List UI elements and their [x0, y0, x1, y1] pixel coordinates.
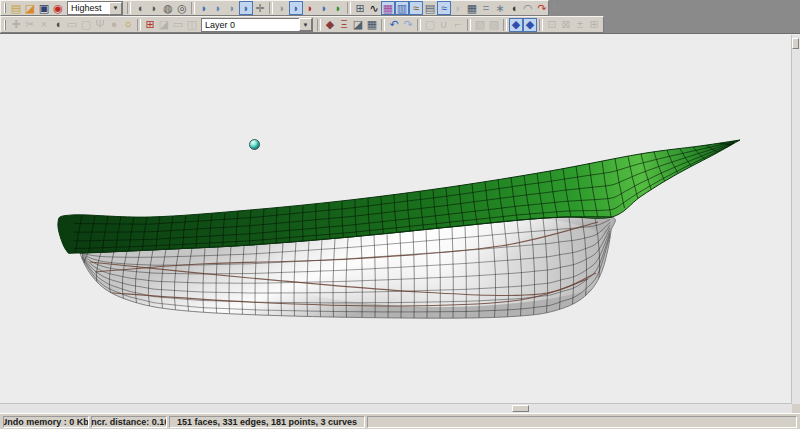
auto-group-layer-button: ◪	[157, 18, 171, 32]
show-control-net-button[interactable]: ▦	[381, 1, 395, 15]
save-file-icon: ▣	[39, 3, 49, 14]
redo-button[interactable]: ↷	[401, 18, 415, 32]
toolbar-grip[interactable]	[4, 20, 6, 30]
hydrostatics-button[interactable]: ▦	[465, 1, 479, 15]
camera-standard-button[interactable]: ◗	[211, 1, 225, 15]
move-point-icon: ✚	[11, 19, 20, 30]
mode-gauss-curvature-button[interactable]: ◗	[303, 1, 317, 15]
view-bodyplan-button[interactable]: ◖	[133, 1, 147, 15]
layer-calc-button[interactable]: ▦	[365, 18, 379, 32]
layer-properties-icon: ◫	[187, 19, 197, 30]
view-perspective-button[interactable]: ◎	[175, 1, 189, 15]
toolbar-separator	[191, 2, 195, 14]
show-grid-button[interactable]: ⊞	[353, 1, 367, 15]
undo-icon: ↶	[389, 19, 398, 30]
check-model-icon: ▢	[425, 19, 435, 30]
curvature-plane-button[interactable]: ◠	[521, 1, 535, 15]
delete-selection-icon: ×	[41, 19, 47, 30]
split-edge-button: Ψ	[93, 18, 107, 32]
redo-icon: ↷	[403, 19, 412, 30]
show-control-net-icon: ▦	[383, 3, 393, 14]
scale-transform-icon: ◆	[526, 19, 534, 30]
vertical-scrollbar[interactable]	[791, 35, 800, 404]
view-bodyplan-icon: ◖	[137, 3, 144, 14]
edge-tool-button: ⌐	[451, 18, 465, 32]
show-control-curves-button[interactable]: ∿	[367, 1, 381, 15]
new-file-button[interactable]: ▤	[9, 1, 23, 15]
select-region-icon: ▢	[81, 19, 91, 30]
view-profile-button[interactable]: ◗	[147, 1, 161, 15]
split-edge-icon: Ψ	[95, 19, 104, 30]
chevron-down-icon: ▼	[109, 2, 122, 15]
status-undo-memory: Undo memory : 0 Kb.	[3, 416, 89, 428]
hull-canvas	[0, 34, 800, 414]
add-layer-button[interactable]: ⊞	[143, 18, 157, 32]
bg-image-scale-button: ↘	[615, 18, 629, 32]
toolbar-grip[interactable]	[4, 3, 6, 13]
horizontal-scrollbar[interactable]	[0, 403, 792, 413]
bg-image-clear-button: ⊠	[559, 18, 573, 32]
show-stations-icon: ≈	[413, 3, 419, 14]
3d-viewport[interactable]	[0, 33, 800, 413]
mode-developable-icon: ◗	[335, 3, 342, 14]
show-markers-button[interactable]: ∗	[493, 1, 507, 15]
layer-select[interactable]: Layer 0▼	[201, 18, 313, 32]
point-marker[interactable]	[250, 140, 260, 150]
mode-zebra-button[interactable]: ◗	[317, 1, 331, 15]
show-grid-icon: ⊞	[355, 3, 364, 14]
collapse-edge-button: ✂	[23, 18, 37, 32]
open-file-button[interactable]: ◪	[23, 1, 37, 15]
scale-transform-button[interactable]: ◆	[523, 18, 537, 32]
status-bar: Undo memory : 0 Kb. Incr. distance: 0.10…	[0, 413, 800, 429]
scrollbar-corner	[792, 404, 800, 413]
intersect-layers-button[interactable]: Ξ	[337, 18, 351, 32]
toolbar-separator	[269, 2, 273, 14]
save-file-button[interactable]: ▣	[37, 1, 51, 15]
status-model-stats: 151 faces, 331 edges, 181 points, 3 curv…	[169, 416, 365, 428]
toolbar-separator	[539, 19, 543, 31]
show-interior-edges-button[interactable]: ▥	[395, 1, 409, 15]
layer-select-value: Layer 0	[205, 20, 235, 30]
zoom-extents-icon: ✛	[255, 3, 264, 14]
camera-wide-angle-button[interactable]: ◗	[197, 1, 211, 15]
show-flowlines-button[interactable]: =	[479, 1, 493, 15]
shaded-hull-button[interactable]: ◖	[507, 1, 521, 15]
lackenby-transform-button[interactable]: ◆	[509, 18, 523, 32]
fair-curve-icon: ∪	[440, 19, 448, 30]
mode-gauss-curvature-icon: ◗	[307, 3, 314, 14]
camera-far-icon: ◗	[243, 3, 250, 14]
camera-tele-button[interactable]: ◗	[225, 1, 239, 15]
camera-far-button[interactable]: ◗	[239, 1, 253, 15]
layer-calc-icon: ▦	[367, 19, 377, 30]
show-buttocks-button[interactable]: ▤	[423, 1, 437, 15]
import-image-button: ▧	[473, 18, 487, 32]
show-control-curves-icon: ∿	[369, 3, 378, 14]
import-image-icon: ▧	[475, 19, 485, 30]
view-plan-button[interactable]: ◍	[161, 1, 175, 15]
toolbar-separator	[503, 19, 507, 31]
unlock-points-button[interactable]: ○	[121, 18, 135, 32]
mode-shade-button[interactable]: ◗	[289, 1, 303, 15]
toolbar-separator	[381, 19, 385, 31]
flowline-tool-button[interactable]: ↷	[535, 1, 549, 15]
precision-select[interactable]: Highest▼	[67, 1, 123, 15]
horizontal-scrollbar-thumb[interactable]	[512, 405, 529, 412]
show-stations-button[interactable]: ≈	[409, 1, 423, 15]
mode-wireframe-button[interactable]: ◗	[275, 1, 289, 15]
show-diagonals-icon: ◗	[455, 3, 462, 14]
language-button[interactable]: ◉	[51, 1, 65, 15]
layer-folder-button[interactable]: ◪	[351, 18, 365, 32]
toolbar-separator	[467, 19, 471, 31]
undo-button[interactable]: ↶	[387, 18, 401, 32]
select-all-faces-icon: ◖	[55, 19, 62, 30]
status-extra	[367, 416, 797, 428]
show-waterlines-button[interactable]: ≈	[437, 1, 451, 15]
select-all-faces-button[interactable]: ◖	[51, 18, 65, 32]
curvature-plane-icon: ◠	[523, 3, 533, 14]
delete-empty-layers-button[interactable]: ◆	[323, 18, 337, 32]
vertical-scrollbar-thumb[interactable]	[792, 38, 799, 49]
mode-developable-button[interactable]: ◗	[331, 1, 345, 15]
toolbar-separator	[417, 19, 421, 31]
zoom-extents-button[interactable]: ✛	[253, 1, 267, 15]
new-file-icon: ▤	[11, 3, 21, 14]
